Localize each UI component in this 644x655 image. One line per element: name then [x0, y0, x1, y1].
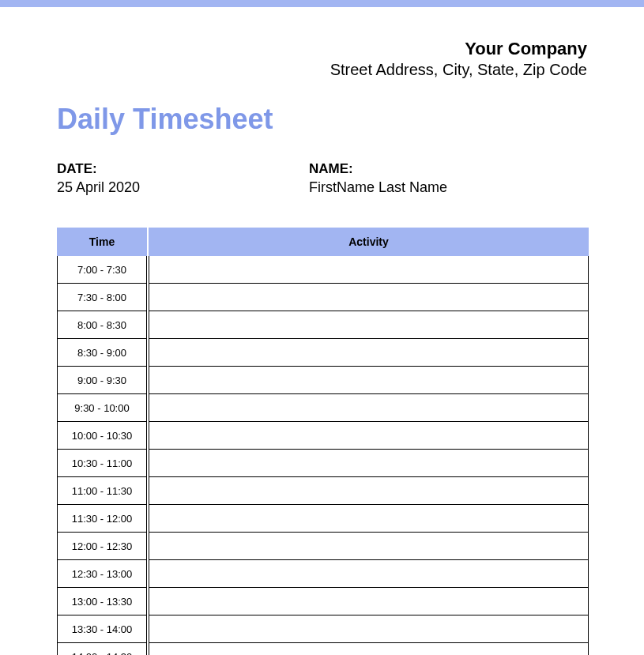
time-cell: 12:00 - 12:30: [57, 533, 147, 560]
table-row: 13:00 - 13:30: [57, 588, 589, 615]
time-header: Time: [57, 228, 147, 256]
company-address: Street Address, City, State, Zip Code: [57, 61, 587, 79]
table-row: 8:30 - 9:00: [57, 339, 589, 367]
time-cell: 12:30 - 13:00: [57, 560, 147, 588]
meta-date: DATE: 25 April 2020: [57, 161, 309, 196]
time-cell: 13:00 - 13:30: [57, 588, 147, 615]
name-value: FirstName Last Name: [309, 179, 447, 196]
table-row: 11:30 - 12:00: [57, 505, 589, 533]
table-row: 14:00 - 14:30: [57, 643, 589, 655]
date-value: 25 April 2020: [57, 179, 309, 196]
activity-cell[interactable]: [149, 643, 589, 655]
time-cell: 11:00 - 11:30: [57, 477, 147, 505]
activity-cell[interactable]: [149, 394, 589, 422]
time-cell: 10:00 - 10:30: [57, 422, 147, 450]
table-row: 9:00 - 9:30: [57, 367, 589, 394]
activity-cell[interactable]: [149, 505, 589, 533]
table-row: 13:30 - 14:00: [57, 615, 589, 643]
top-bar: [0, 0, 644, 7]
table-row: 12:00 - 12:30: [57, 533, 589, 560]
activity-cell[interactable]: [149, 477, 589, 505]
company-name: Your Company: [57, 39, 587, 59]
timesheet-table: Time Activity 7:00 - 7:307:30 - 8:008:00…: [55, 228, 590, 655]
time-cell: 8:00 - 8:30: [57, 311, 147, 339]
activity-header: Activity: [149, 228, 589, 256]
table-row: 11:00 - 11:30: [57, 477, 589, 505]
timesheet-table-wrap: Time Activity 7:00 - 7:307:30 - 8:008:00…: [0, 196, 644, 655]
table-header-row: Time Activity: [57, 228, 589, 256]
table-row: 12:30 - 13:00: [57, 560, 589, 588]
activity-cell[interactable]: [149, 256, 589, 284]
time-cell: 8:30 - 9:00: [57, 339, 147, 367]
meta-row: DATE: 25 April 2020 NAME: FirstName Last…: [0, 136, 644, 196]
table-row: 10:30 - 11:00: [57, 450, 589, 477]
table-row: 7:00 - 7:30: [57, 256, 589, 284]
time-cell: 11:30 - 12:00: [57, 505, 147, 533]
date-label: DATE:: [57, 161, 309, 177]
activity-cell[interactable]: [149, 367, 589, 394]
activity-cell[interactable]: [149, 339, 589, 367]
activity-cell[interactable]: [149, 311, 589, 339]
page-title: Daily Timesheet: [0, 79, 644, 136]
meta-name: NAME: FirstName Last Name: [309, 161, 447, 196]
time-cell: 7:00 - 7:30: [57, 256, 147, 284]
activity-cell[interactable]: [149, 422, 589, 450]
name-label: NAME:: [309, 161, 447, 177]
activity-cell[interactable]: [149, 533, 589, 560]
time-cell: 14:00 - 14:30: [57, 643, 147, 655]
table-row: 10:00 - 10:30: [57, 422, 589, 450]
activity-cell[interactable]: [149, 588, 589, 615]
company-header: Your Company Street Address, City, State…: [0, 7, 644, 79]
table-row: 9:30 - 10:00: [57, 394, 589, 422]
table-row: 8:00 - 8:30: [57, 311, 589, 339]
time-cell: 13:30 - 14:00: [57, 615, 147, 643]
activity-cell[interactable]: [149, 284, 589, 311]
time-cell: 10:30 - 11:00: [57, 450, 147, 477]
time-cell: 9:00 - 9:30: [57, 367, 147, 394]
time-cell: 9:30 - 10:00: [57, 394, 147, 422]
time-cell: 7:30 - 8:00: [57, 284, 147, 311]
table-row: 7:30 - 8:00: [57, 284, 589, 311]
activity-cell[interactable]: [149, 615, 589, 643]
activity-cell[interactable]: [149, 560, 589, 588]
activity-cell[interactable]: [149, 450, 589, 477]
